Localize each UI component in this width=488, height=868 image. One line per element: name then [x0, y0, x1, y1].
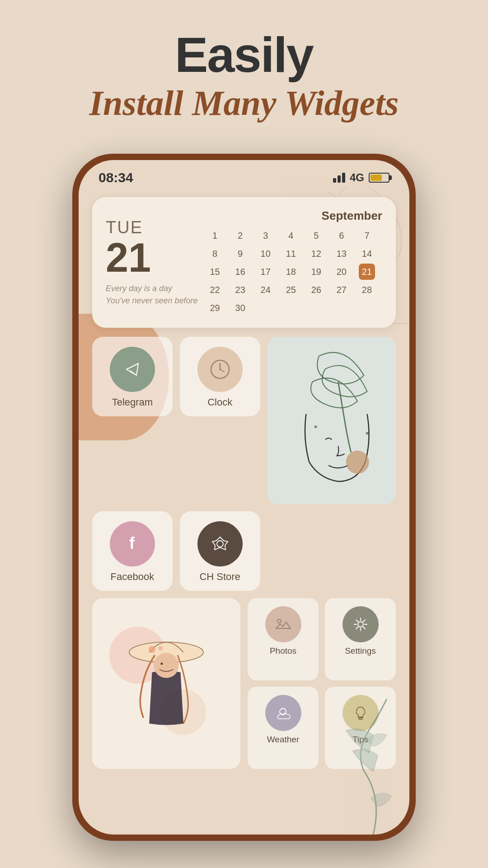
cal-day: 26	[308, 282, 324, 298]
face-art-svg	[267, 337, 396, 504]
photos-app-icon[interactable]: Photos	[248, 598, 319, 680]
photos-icon	[274, 615, 293, 634]
header-subtitle: Install Many Widgets	[0, 82, 488, 124]
settings-app-icon[interactable]: Settings	[325, 598, 396, 680]
header-title: Easily	[0, 27, 488, 82]
calendar-date-left: TUE 21 Every day is a day You've never s…	[106, 209, 198, 316]
cal-day: 27	[333, 282, 350, 298]
svg-point-23	[358, 622, 363, 627]
settings-icon-circle	[343, 606, 379, 642]
calendar-day-number: 21	[106, 237, 198, 278]
clock-icon-circle	[197, 347, 243, 392]
phone-outer-frame: 08:34 4G TUE 21	[72, 154, 416, 841]
weather-label: Weather	[267, 735, 299, 745]
cal-day: 25	[283, 282, 299, 298]
cal-day: 9	[232, 245, 249, 262]
status-icons: 4G	[333, 171, 389, 184]
svg-point-18	[154, 653, 179, 678]
cal-day: 28	[359, 282, 375, 298]
svg-point-11	[346, 451, 369, 474]
phone-mockup: 08:34 4G TUE 21	[72, 154, 416, 841]
signal-bar-3	[342, 173, 345, 183]
weather-app-icon[interactable]: Weather	[248, 687, 319, 769]
cal-day: 1	[207, 227, 223, 244]
cal-day: 20	[333, 264, 350, 280]
cal-day: 24	[258, 282, 274, 298]
weather-icon	[274, 703, 293, 722]
facebook-app-icon[interactable]: f Facebook	[92, 511, 173, 591]
bottom-section: Photos Settings	[92, 598, 396, 769]
apps-row-1: Telegram Clock	[92, 337, 396, 504]
calendar-month: September	[207, 209, 382, 223]
chstore-icon	[208, 532, 232, 556]
cal-day: 15	[207, 264, 223, 280]
cal-day: 2	[232, 227, 249, 244]
photos-label: Photos	[270, 646, 296, 656]
cal-day: 13	[333, 245, 350, 262]
settings-icon	[351, 615, 370, 634]
cal-day: 12	[308, 245, 324, 262]
svg-point-10	[366, 432, 368, 434]
photos-icon-circle	[265, 606, 301, 642]
calendar-grid-right: September 1 2 3 4 5 6 7 8 9 10	[207, 209, 382, 316]
facebook-label: Facebook	[111, 571, 155, 583]
tips-icon-circle	[343, 695, 379, 731]
tips-label: Tips	[352, 735, 368, 745]
cal-day: 5	[308, 227, 324, 244]
svg-rect-8	[267, 337, 396, 504]
svg-point-7	[219, 368, 221, 370]
cal-day: 19	[308, 264, 324, 280]
cal-day-today: 21	[359, 264, 375, 280]
cal-day: 16	[232, 264, 249, 280]
cal-day: 3	[258, 227, 274, 244]
cal-day: 8	[207, 245, 223, 262]
cal-day: 6	[333, 227, 350, 244]
apps-row-2: f Facebook CH Store	[92, 511, 396, 591]
tips-app-icon[interactable]: Tips	[325, 687, 396, 769]
phone-screen: 08:34 4G TUE 21	[79, 160, 409, 835]
cal-day: 30	[232, 300, 249, 316]
cal-day: 4	[283, 227, 299, 244]
clock-label: Clock	[207, 396, 232, 408]
clock-app-icon[interactable]: Clock	[180, 337, 260, 416]
girl-illustration-widget	[92, 598, 240, 769]
battery-fill	[371, 175, 382, 181]
cal-day: 11	[283, 245, 299, 262]
chstore-app-icon[interactable]: CH Store	[180, 511, 260, 591]
cal-day: 18	[283, 264, 299, 280]
battery-icon	[369, 173, 389, 183]
calendar-grid: 1 2 3 4 5 6 7 8 9 10 11 12 13	[207, 227, 382, 316]
weather-icon-circle	[265, 695, 301, 731]
clock-icon	[208, 357, 232, 382]
signal-bar-2	[338, 175, 341, 183]
status-time: 08:34	[99, 170, 133, 185]
cal-day: 23	[232, 282, 249, 298]
svg-point-19	[160, 662, 163, 665]
svg-point-13	[217, 541, 223, 547]
calendar-widget[interactable]: TUE 21 Every day is a day You've never s…	[92, 197, 396, 328]
settings-label: Settings	[345, 646, 376, 656]
chstore-label: CH Store	[199, 571, 240, 583]
svg-point-9	[314, 425, 317, 428]
signal-icon	[333, 173, 345, 183]
svg-point-20	[149, 646, 155, 653]
facebook-icon-circle: f	[110, 521, 155, 566]
small-apps-grid: Photos Settings	[248, 598, 396, 769]
cal-day: 22	[207, 282, 223, 298]
svg-marker-2	[127, 363, 138, 375]
telegram-label: Telegram	[112, 396, 153, 408]
chstore-icon-circle	[197, 521, 243, 566]
cal-day: 10	[258, 245, 274, 262]
cal-day: 14	[359, 245, 375, 262]
calendar-quote: Every day is a day You've never seen bef…	[106, 283, 198, 307]
svg-text:f: f	[129, 534, 135, 552]
telegram-app-icon[interactable]: Telegram	[92, 337, 173, 416]
telegram-icon	[120, 357, 145, 382]
svg-line-3	[130, 371, 136, 375]
facebook-icon: f	[120, 532, 145, 556]
signal-bar-1	[333, 178, 336, 183]
cal-day: 7	[359, 227, 375, 244]
status-bar: 08:34 4G	[79, 160, 409, 190]
face-illustration-widget	[267, 337, 396, 504]
girl-art-svg	[92, 598, 240, 769]
